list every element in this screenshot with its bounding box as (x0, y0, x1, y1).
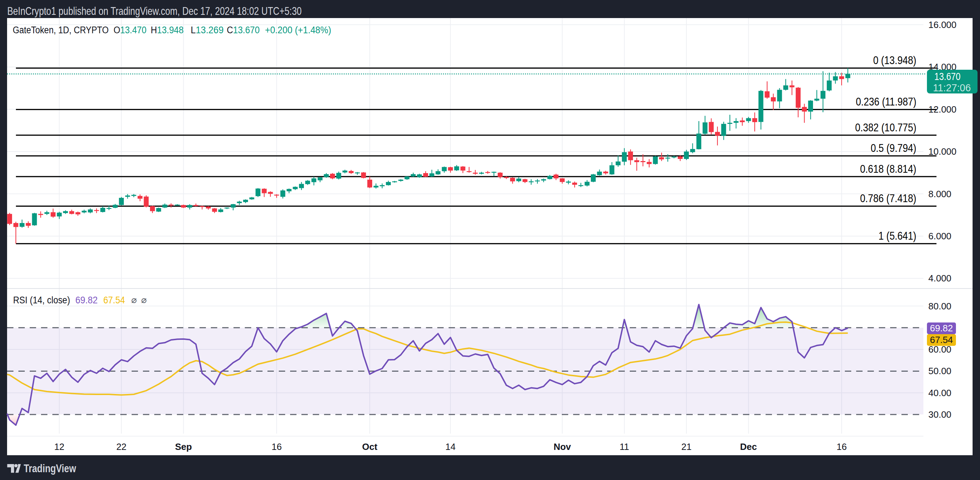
svg-text:30.00: 30.00 (928, 409, 951, 420)
svg-text:0.5 (9.794): 0.5 (9.794) (871, 142, 916, 154)
svg-text:13.670: 13.670 (934, 71, 961, 82)
svg-text:1 (5.641): 1 (5.641) (878, 230, 916, 242)
svg-text:11:27:06: 11:27:06 (933, 82, 971, 94)
svg-text:50.00: 50.00 (928, 366, 951, 376)
svg-text:21: 21 (681, 442, 692, 452)
svg-text:O13.470: O13.470 (114, 25, 146, 35)
svg-text:Dec: Dec (740, 442, 757, 452)
svg-text:BeInCrypto1 published on Tradi: BeInCrypto1 published on TradingView.com… (8, 5, 302, 18)
svg-text:80.00: 80.00 (928, 301, 951, 311)
svg-text:10.000: 10.000 (928, 146, 957, 157)
svg-text:12: 12 (54, 442, 64, 452)
svg-text:14: 14 (445, 442, 456, 452)
svg-text:GateToken, 1D, CRYPTO: GateToken, 1D, CRYPTO (13, 25, 108, 35)
svg-text:TradingView: TradingView (24, 462, 76, 475)
svg-text:16: 16 (271, 442, 282, 452)
svg-text:RSI (14, close): RSI (14, close) (13, 295, 70, 306)
svg-text:16.000: 16.000 (928, 19, 957, 30)
svg-text:Oct: Oct (362, 442, 377, 452)
svg-text:12.000: 12.000 (928, 104, 957, 115)
svg-text:8.000: 8.000 (928, 189, 951, 199)
svg-text:16: 16 (836, 442, 846, 452)
svg-text:6.000: 6.000 (928, 231, 951, 241)
svg-text:69.82: 69.82 (75, 295, 98, 306)
svg-text:0.236 (11.987): 0.236 (11.987) (856, 96, 916, 108)
svg-text:4.000: 4.000 (928, 273, 951, 284)
svg-text:40.00: 40.00 (928, 388, 951, 398)
svg-text:67.54: 67.54 (930, 335, 953, 345)
svg-text:+0.200 (+1.48%): +0.200 (+1.48%) (265, 25, 331, 35)
svg-text:C13.670: C13.670 (227, 25, 260, 35)
svg-text:0.618 (8.814): 0.618 (8.814) (860, 163, 916, 175)
svg-text:0 (13.948): 0 (13.948) (873, 54, 916, 67)
svg-text:⌀: ⌀ (141, 295, 147, 305)
svg-text:0.382 (10.775): 0.382 (10.775) (855, 121, 916, 134)
svg-text:22: 22 (116, 442, 127, 452)
svg-text:Sep: Sep (175, 442, 192, 452)
svg-text:L13.269: L13.269 (191, 25, 224, 35)
svg-text:69.82: 69.82 (930, 323, 953, 333)
svg-text:11: 11 (619, 442, 629, 452)
svg-text:67.54: 67.54 (103, 295, 125, 306)
svg-text:Nov: Nov (554, 442, 571, 452)
svg-text:0.786 (7.418): 0.786 (7.418) (860, 192, 916, 205)
svg-text:⌀: ⌀ (131, 295, 137, 305)
svg-text:H13.948: H13.948 (151, 25, 184, 35)
